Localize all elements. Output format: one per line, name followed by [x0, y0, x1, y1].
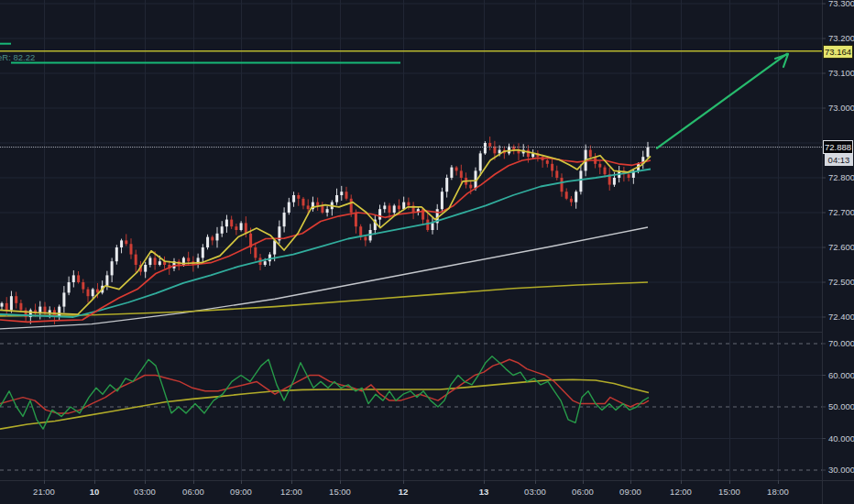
candle-body [130, 244, 133, 254]
candle-body [469, 185, 472, 189]
candle-body [87, 290, 90, 297]
candle-body [202, 247, 204, 257]
price-axis-label: 72.400 [828, 312, 854, 323]
candle-body [68, 282, 71, 292]
grid-layer [0, 0, 822, 480]
rsi-green-line [0, 356, 649, 429]
time-axis-date-label: 12 [383, 487, 423, 498]
price-axis[interactable]: 73.30073.20073.10073.00072.80072.70072.6… [822, 0, 854, 480]
candle-body [407, 203, 410, 206]
time-axis-date-label: 10 [74, 487, 115, 498]
bar-countdown-label: 04:13 [825, 154, 853, 166]
candle-body [206, 237, 209, 247]
price-axis-label: 72.700 [828, 207, 854, 218]
candle-body [579, 170, 582, 192]
candles-layer [1, 137, 650, 324]
candle-body [115, 247, 118, 261]
price-axis-label: 73.000 [828, 103, 854, 114]
ma-gray-line [0, 227, 648, 329]
candle-body [292, 195, 295, 203]
price-axis-label: 60.000 [828, 370, 854, 381]
candle-body [604, 168, 607, 175]
candle-body [187, 257, 190, 261]
candle-body [264, 261, 267, 265]
candle-body [77, 275, 80, 282]
candle-body [393, 205, 396, 213]
candle-body [441, 192, 443, 209]
price-axis-label: 73.100 [828, 68, 854, 79]
candle-body [159, 261, 161, 265]
candle-body [302, 199, 305, 206]
candle-body [240, 223, 243, 230]
candle-body [288, 203, 290, 213]
candle-body [345, 192, 348, 199]
candle-body [326, 209, 329, 213]
candle-body [355, 213, 357, 226]
time-axis-label: 03:00 [125, 487, 165, 498]
candle-body [254, 247, 257, 257]
price-axis-label: 50.000 [828, 401, 854, 412]
candle-body [245, 223, 247, 233]
candle-body [488, 143, 491, 147]
candle-body [628, 174, 630, 178]
time-axis-date-label: 13 [464, 487, 504, 498]
candle-body [378, 209, 381, 219]
candle-body [111, 261, 114, 275]
candle-body [389, 205, 391, 213]
candle-body [221, 226, 224, 234]
chart-canvas[interactable] [0, 0, 854, 504]
candle-body [527, 150, 530, 158]
candle-body [5, 303, 8, 311]
candle-body [598, 164, 601, 168]
candle-body [455, 168, 458, 171]
candle-body [613, 178, 616, 185]
candle-body [10, 296, 13, 310]
candle-body [283, 213, 286, 226]
trend-arrow[interactable] [657, 54, 788, 148]
candle-body [350, 199, 353, 213]
candle-body [273, 240, 276, 254]
candle-body [565, 192, 568, 199]
candle-body [316, 203, 319, 206]
candle-body [383, 205, 386, 209]
candle-body [120, 240, 123, 247]
candle-body [297, 195, 300, 199]
candle-body [647, 148, 650, 158]
candle-body [335, 195, 338, 203]
time-axis-label: 09:00 [610, 487, 651, 498]
trading-chart-window: 73.30073.20073.10073.00072.80072.70072.6… [0, 0, 854, 504]
candle-body [62, 292, 65, 306]
candle-body [426, 220, 429, 230]
candle-body [82, 282, 84, 290]
candle-body [340, 192, 343, 195]
candle-body [1, 303, 4, 307]
time-axis[interactable]: 21:001003:0006:0009:0012:0015:00121303:0… [0, 480, 854, 504]
time-axis-label: 06:00 [563, 487, 603, 498]
candle-body [307, 205, 310, 209]
time-axis-label: 06:00 [173, 487, 214, 498]
price-axis-label: 72.600 [828, 242, 854, 253]
trend-arrow-shaft[interactable] [657, 54, 787, 148]
time-axis-label: 15:00 [320, 487, 360, 498]
candle-body [135, 255, 137, 265]
candle-body [551, 164, 553, 171]
price-axis-label: 72.800 [828, 172, 854, 183]
candle-body [216, 234, 219, 241]
candle-body [154, 257, 157, 265]
price-axis-label: 70.000 [828, 338, 854, 349]
price-axis-label: 30.000 [828, 465, 854, 476]
candle-body [570, 199, 573, 203]
time-axis-label: 09:00 [221, 487, 261, 498]
candle-body [235, 226, 237, 230]
last-price-label: 72.888 [823, 140, 853, 154]
candle-body [19, 303, 22, 311]
candle-body [15, 296, 17, 303]
price-axis-label: 73.200 [828, 33, 854, 44]
candle-body [321, 205, 323, 213]
candle-body [479, 153, 482, 170]
candle-body [148, 257, 151, 265]
candle-body [144, 265, 147, 272]
time-axis-label: 15:00 [709, 487, 750, 498]
time-axis-label: 21:00 [24, 487, 64, 498]
candle-body [546, 160, 549, 164]
